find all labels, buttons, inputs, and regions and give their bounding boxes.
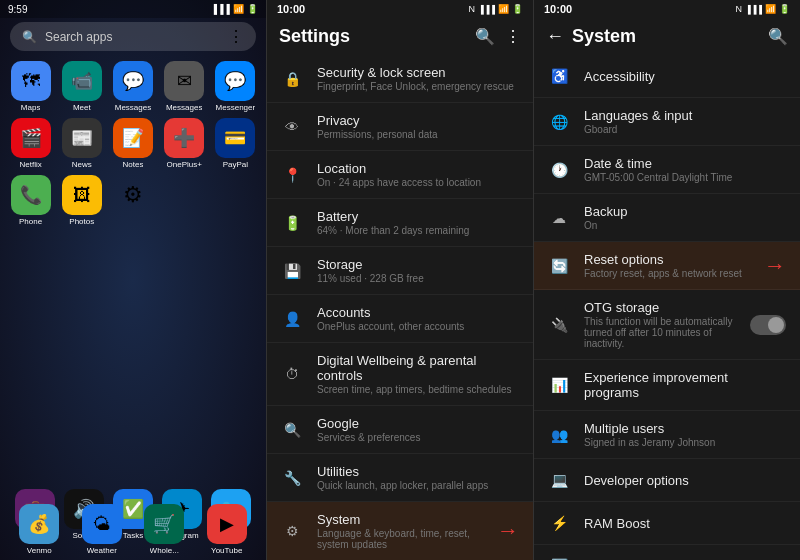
app-item-messenger[interactable]: 💬Messenger bbox=[213, 61, 258, 112]
settings-item-accessibility[interactable]: ♿ Accessibility bbox=[534, 55, 800, 98]
app-item-meet[interactable]: 📹Meet bbox=[59, 61, 104, 112]
settings-item-otg-storage[interactable]: 🔌 OTG storage This function will be auto… bbox=[534, 290, 800, 360]
dock-item-venmo[interactable]: 💰Venmo bbox=[19, 504, 59, 555]
app-item-oneplus+[interactable]: ➕OnePlus+ bbox=[162, 118, 207, 169]
home-time: 9:59 bbox=[8, 4, 27, 15]
item-text: RAM Boost bbox=[584, 516, 786, 531]
battery3-icon: 🔋 bbox=[779, 4, 790, 14]
settings-item-reset-options[interactable]: 🔄 Reset options Factory reset, apps & ne… bbox=[534, 242, 800, 290]
item-icon: 👁 bbox=[281, 116, 303, 138]
settings-item-system[interactable]: ⚙ System Language & keyboard, time, rese… bbox=[267, 502, 533, 560]
system-title: System bbox=[572, 26, 636, 47]
item-text: Date & time GMT-05:00 Central Daylight T… bbox=[584, 156, 786, 183]
toggle-switch[interactable] bbox=[750, 315, 786, 335]
item-subtitle: GMT-05:00 Central Daylight Time bbox=[584, 172, 786, 183]
app-item-settings[interactable]: ⚙ bbox=[110, 175, 155, 226]
settings-item-developer-options[interactable]: 💻 Developer options bbox=[534, 459, 800, 502]
item-icon: ⚡ bbox=[548, 512, 570, 534]
search3-icon[interactable]: 🔍 bbox=[768, 27, 788, 46]
app-item-maps[interactable]: 🗺Maps bbox=[8, 61, 53, 112]
settings-item-google[interactable]: 🔍 Google Services & preferences bbox=[267, 406, 533, 454]
app-item-netflix[interactable]: 🎬Netflix bbox=[8, 118, 53, 169]
settings-item-storage[interactable]: 💾 Storage 11% used · 228 GB free bbox=[267, 247, 533, 295]
item-icon: 👤 bbox=[281, 308, 303, 330]
item-text: Storage 11% used · 228 GB free bbox=[317, 257, 519, 284]
settings-item-date--time[interactable]: 🕐 Date & time GMT-05:00 Central Daylight… bbox=[534, 146, 800, 194]
item-text: Experience improvement programs bbox=[584, 370, 786, 400]
item-text: Digital Wellbeing & parental controls Sc… bbox=[317, 353, 519, 395]
item-text: Languages & input Gboard bbox=[584, 108, 786, 135]
battery2-icon: 🔋 bbox=[512, 4, 523, 14]
app-item-phone[interactable]: 📞Phone bbox=[8, 175, 53, 226]
settings-item-ram-boost[interactable]: ⚡ RAM Boost bbox=[534, 502, 800, 545]
item-text: Reset options Factory reset, apps & netw… bbox=[584, 252, 746, 279]
dock-item-whole...[interactable]: 🛒Whole... bbox=[144, 504, 184, 555]
nfc-icon: N bbox=[468, 4, 475, 14]
settings-item-experience-improvement-programs[interactable]: 📊 Experience improvement programs bbox=[534, 360, 800, 411]
item-subtitle: 64% · More than 2 days remaining bbox=[317, 225, 519, 236]
settings-header-icons: 🔍 ⋮ bbox=[475, 27, 521, 46]
app-item-photos[interactable]: 🖼Photos bbox=[59, 175, 104, 226]
settings-list: 🔒 Security & lock screen Fingerprint, Fa… bbox=[267, 55, 533, 560]
item-subtitle: 11% used · 228 GB free bbox=[317, 273, 519, 284]
settings-item-utilities[interactable]: 🔧 Utilities Quick launch, app locker, pa… bbox=[267, 454, 533, 502]
settings-item-backup[interactable]: ☁ Backup On bbox=[534, 194, 800, 242]
item-text: System Language & keyboard, time, reset,… bbox=[317, 512, 479, 550]
app-icon: 🎬 bbox=[11, 118, 51, 158]
settings-item-digital-wellbeing--parental-controls[interactable]: ⏱ Digital Wellbeing & parental controls … bbox=[267, 343, 533, 406]
item-title: Google bbox=[317, 416, 519, 431]
back-icon[interactable]: ← bbox=[546, 26, 564, 47]
more-options-icon[interactable]: ⋮ bbox=[505, 27, 521, 46]
item-icon: 🌐 bbox=[548, 111, 570, 133]
item-subtitle: Fingerprint, Face Unlock, emergency resc… bbox=[317, 81, 519, 92]
app-label: Notes bbox=[123, 160, 144, 169]
dock-item-weather[interactable]: 🌤Weather bbox=[82, 504, 122, 555]
app-icon: ➕ bbox=[164, 118, 204, 158]
app-icon: 📹 bbox=[62, 61, 102, 101]
settings-item-multiple-users[interactable]: 👥 Multiple users Signed in as Jeramy Joh… bbox=[534, 411, 800, 459]
system-header: ← System 🔍 bbox=[534, 18, 800, 55]
item-subtitle: Language & keyboard, time, reset, system… bbox=[317, 528, 479, 550]
item-title: Reset options bbox=[584, 252, 746, 267]
app-item-messages[interactable]: ✉Messages bbox=[162, 61, 207, 112]
app-item-news[interactable]: 📰News bbox=[59, 118, 104, 169]
item-title: Accessibility bbox=[584, 69, 786, 84]
search-icon: 🔍 bbox=[22, 30, 37, 44]
app-item-notes[interactable]: 📝Notes bbox=[110, 118, 155, 169]
app-search-bar[interactable]: 🔍 Search apps ⋮ bbox=[10, 22, 256, 51]
item-title: Utilities bbox=[317, 464, 519, 479]
item-title: System bbox=[317, 512, 479, 527]
dock-label: YouTube bbox=[211, 546, 242, 555]
settings-item-languages--input[interactable]: 🌐 Languages & input Gboard bbox=[534, 98, 800, 146]
dock-label: Whole... bbox=[150, 546, 179, 555]
signal-icon: ▐▐▐ bbox=[211, 4, 230, 14]
menu-dots-icon[interactable]: ⋮ bbox=[228, 27, 244, 46]
app-item-messages[interactable]: 💬Messages bbox=[110, 61, 155, 112]
item-subtitle: On bbox=[584, 220, 786, 231]
app-item-paypal[interactable]: 💳PayPal bbox=[213, 118, 258, 169]
item-subtitle: Gboard bbox=[584, 124, 786, 135]
settings-item-location[interactable]: 📍 Location On · 24 apps have access to l… bbox=[267, 151, 533, 199]
item-icon: ⚙ bbox=[281, 520, 303, 542]
item-icon: 🔍 bbox=[281, 419, 303, 441]
dock-item-youtube[interactable]: ▶YouTube bbox=[207, 504, 247, 555]
item-text: OTG storage This function will be automa… bbox=[584, 300, 736, 349]
settings-item-battery[interactable]: 🔋 Battery 64% · More than 2 days remaini… bbox=[267, 199, 533, 247]
system-status-icons: N ▐▐▐ 📶 🔋 bbox=[735, 4, 790, 14]
nfc2-icon: N bbox=[735, 4, 742, 14]
item-title: OTG storage bbox=[584, 300, 736, 315]
item-subtitle: OnePlus account, other accounts bbox=[317, 321, 519, 332]
settings-item-privacy[interactable]: 👁 Privacy Permissions, personal data bbox=[267, 103, 533, 151]
settings-item-security--lock-screen[interactable]: 🔒 Security & lock screen Fingerprint, Fa… bbox=[267, 55, 533, 103]
search2-icon[interactable]: 🔍 bbox=[475, 27, 495, 46]
settings-item-accounts[interactable]: 👤 Accounts OnePlus account, other accoun… bbox=[267, 295, 533, 343]
item-subtitle: Signed in as Jeramy Johnson bbox=[584, 437, 786, 448]
app-icon: 🗺 bbox=[11, 61, 51, 101]
item-text: Multiple users Signed in as Jeramy Johns… bbox=[584, 421, 786, 448]
app-label: Messages bbox=[115, 103, 151, 112]
item-subtitle: This function will be automatically turn… bbox=[584, 316, 736, 349]
settings-item-system-updates[interactable]: 🔃 System updates bbox=[534, 545, 800, 560]
app-icon: 💳 bbox=[215, 118, 255, 158]
item-icon: 🔧 bbox=[281, 467, 303, 489]
item-icon: 💻 bbox=[548, 469, 570, 491]
